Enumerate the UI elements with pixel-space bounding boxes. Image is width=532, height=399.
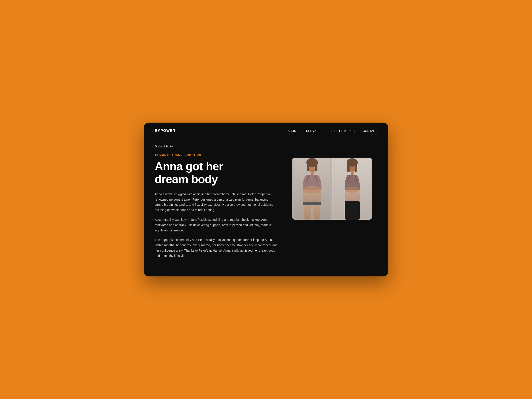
nav-item-services[interactable]: SERVICES xyxy=(306,129,322,133)
nav-link-services[interactable]: SERVICES xyxy=(306,129,322,133)
svg-rect-23 xyxy=(345,201,360,220)
paragraph-2: Accountability was key. Peter's flexible… xyxy=(155,217,279,233)
main-content: Go back button 12 MONTH TRANSFORMATION A… xyxy=(144,139,388,276)
nav-link-client-stories[interactable]: CLIENT STORIES xyxy=(330,129,355,133)
navbar: EMPOWER ABOUT SERVICES CLIENT STORIES CO… xyxy=(144,123,388,139)
after-image xyxy=(332,158,372,220)
transformation-tag: 12 MONTH TRANSFORMATION xyxy=(155,153,279,157)
svg-rect-12 xyxy=(313,205,320,220)
nav-links: ABOUT SERVICES CLIENT STORIES CONTACT xyxy=(288,129,377,133)
paragraph-1: Anna always struggled with achieving her… xyxy=(155,192,279,213)
svg-rect-11 xyxy=(304,205,311,220)
svg-rect-4 xyxy=(315,163,317,171)
back-button[interactable]: Go back button xyxy=(155,145,174,148)
headline: Anna got her dream body xyxy=(155,160,279,185)
svg-rect-17 xyxy=(355,163,357,172)
nav-item-client-stories[interactable]: CLIENT STORIES xyxy=(330,129,355,133)
svg-rect-3 xyxy=(307,163,310,171)
svg-rect-9 xyxy=(303,190,321,203)
nav-link-contact[interactable]: CONTACT xyxy=(363,129,377,133)
nav-item-about[interactable]: ABOUT xyxy=(288,129,298,133)
before-figure-svg xyxy=(294,158,330,220)
brand-logo[interactable]: EMPOWER xyxy=(155,129,175,133)
before-image xyxy=(292,158,332,220)
svg-rect-18 xyxy=(351,171,354,175)
headline-line1: Anna got her xyxy=(155,160,223,173)
after-figure-svg xyxy=(335,158,370,220)
right-column xyxy=(292,144,372,220)
left-column: Go back button 12 MONTH TRANSFORMATION A… xyxy=(155,144,279,263)
svg-rect-22 xyxy=(345,190,360,202)
before-after-images xyxy=(292,158,372,220)
nav-link-about[interactable]: ABOUT xyxy=(288,129,298,133)
nav-item-contact[interactable]: CONTACT xyxy=(363,129,377,133)
paragraph-3: The supportive community and Peter's dai… xyxy=(155,237,279,259)
svg-rect-5 xyxy=(310,171,314,175)
svg-rect-10 xyxy=(303,202,321,205)
browser-window: EMPOWER ABOUT SERVICES CLIENT STORIES CO… xyxy=(144,123,388,276)
headline-line2: dream body xyxy=(155,173,218,185)
svg-rect-16 xyxy=(347,163,349,172)
